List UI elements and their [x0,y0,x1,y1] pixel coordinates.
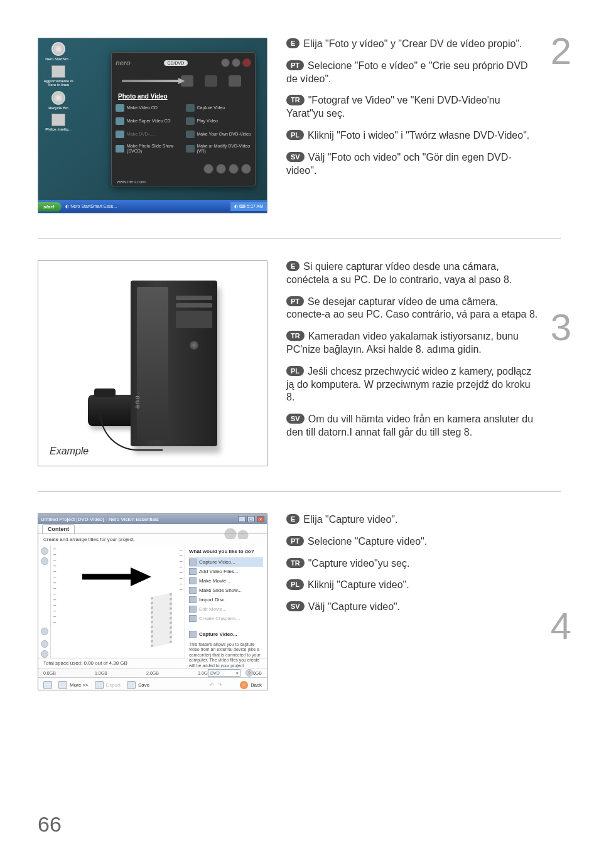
movie-icon [189,577,197,584]
category-tab-3[interactable] [229,75,241,87]
start-button[interactable]: start [38,202,62,212]
nero-url[interactable]: www.nero.com [117,179,146,184]
lang-pill-sv: SV [286,152,305,162]
step-4-text: EElija "Capture video". PTSelecione "Cap… [286,513,561,623]
space-scale: 0.0GB 1.0GB 2.0GB 3.0GB 4.0GB DVD ? [38,668,267,678]
desktop-icon-recycle[interactable]: Recycle Bin [42,91,75,110]
strip-icon[interactable] [41,547,48,555]
menu-make-dvd[interactable]: Make DVD-..... [114,129,183,140]
taskbar-app[interactable]: ◐ Nero StartSmart Esse... [65,204,230,209]
more-icon [58,681,67,689]
menu-make-own-dvd[interactable]: Make Your Own DVD-Video [185,129,253,140]
edit-icon [189,606,197,613]
category-tab-1[interactable] [181,75,193,87]
separator-2 [38,491,561,492]
step-2-screenshot: Nero StartSm... Aggiornamento di Nero in… [38,38,267,213]
close-button[interactable]: × [257,516,264,522]
back-icon [240,681,248,689]
opt-make-movie[interactable]: Make Movie... [189,576,263,586]
category-tab-2[interactable] [205,75,217,87]
lang-pill-sv: SV [286,414,305,424]
tab-content[interactable]: Content [42,524,75,533]
step-4: Untitled Project [DVD-Video] - Nero Visi… [38,513,561,690]
info-icon [43,681,52,689]
step-4-screenshot: Untitled Project [DVD-Video] - Nero Visi… [38,513,267,690]
help-button[interactable]: ? [246,669,253,677]
highlight-arrow [122,78,185,84]
info-button[interactable] [43,681,52,689]
slideshow-icon [189,587,197,594]
lang-pill-pl: PL [286,366,304,376]
bottom-icon-1[interactable] [203,164,213,174]
help-icon[interactable] [221,58,230,67]
opt-add-files[interactable]: Add Video Files... [189,567,263,576]
window-title: Untitled Project [DVD-Video] - Nero Visi… [41,517,159,522]
menu-capture-video[interactable]: Capture Video [185,102,253,114]
menu-make-video-cd[interactable]: Make Video CD [114,102,183,114]
bottom-icon-4[interactable] [241,164,251,174]
min-button[interactable]: _ [238,516,246,522]
desktop-icon-philips[interactable]: Philips Intellig... [42,114,75,132]
filmstrip-graphic [151,592,172,647]
export-button: Export [95,681,121,689]
redo-button[interactable]: ↷ [218,682,222,688]
step-2-text: EElija "Foto y vídeo" y "Crear DV de víd… [286,38,561,186]
disc-icon [189,596,197,603]
lang-pill-pt: PT [286,60,304,70]
step-number-4: 4 [551,608,571,645]
task-pane: What would you like to do? Capture Video… [185,545,267,658]
left-tool-strip [38,545,51,658]
strip-icon[interactable] [41,640,48,648]
lang-pill-e: E [286,261,300,271]
taskbar: start ◐ Nero StartSmart Esse... ◐ ⌨ 5:17… [38,200,267,213]
bottom-icon-2[interactable] [216,164,226,174]
pc-tower-illustration: ano. [131,281,217,446]
more-button[interactable]: More >> [58,681,89,689]
lang-pill-e: E [286,38,300,48]
menu-play-video[interactable]: Play Video [185,115,253,127]
lang-pill-sv: SV [286,601,305,611]
back-button[interactable]: Back [240,681,262,689]
page-number: 66 [38,812,62,837]
lang-pill-pt: PT [286,536,304,546]
menu-make-svcd[interactable]: Make Super Video CD [114,115,183,127]
save-button[interactable]: Save [127,681,149,689]
lang-pill-e: E [286,514,300,524]
bottom-icon-3[interactable] [229,164,239,174]
selected-option-header: Capture Video... [189,630,263,639]
strip-icon[interactable] [41,628,48,635]
example-caption: Example [50,446,89,457]
close-icon[interactable] [242,58,251,67]
opt-import-disc[interactable]: Import Disc [189,595,263,604]
step-2: Nero StartSm... Aggiornamento di Nero in… [38,38,561,213]
minimize-icon[interactable] [232,58,240,67]
system-tray[interactable]: ◐ ⌨ 5:17 AM [230,202,267,211]
menu-modify-dvd-vr[interactable]: Make or Modify DVD-Video (VR) [185,142,253,155]
export-icon [95,681,104,689]
decorative-discs [219,527,263,539]
chapter-icon [189,615,197,622]
file-icon [189,568,197,575]
opt-slideshow[interactable]: Make Slide Show... [189,586,263,595]
camera-icon [189,631,197,638]
camera-icon [189,559,197,565]
save-icon [127,681,136,689]
window-titlebar: Untitled Project [DVD-Video] - Nero Visi… [38,514,267,524]
undo-button[interactable]: ↶ [210,682,214,688]
strip-icon[interactable] [41,650,48,658]
max-button[interactable]: □ [247,516,255,522]
menu-photo-slideshow[interactable]: Make Photo Slide Show (SVCD) [114,142,183,155]
content-area: ━━━━━━━━━━━━━━ ━━━━━━━━ [51,545,185,658]
lang-pill-pt: PT [286,296,304,306]
desktop-icon-nero[interactable]: Nero StartSm... [42,42,75,62]
desktop-icon-update[interactable]: Aggiornamento di Nero in linea [42,65,75,87]
strip-icon[interactable] [41,557,48,565]
lang-pill-tr: TR [286,95,305,105]
step-3-illustration: ano. Example [38,260,267,466]
step-number-3: 3 [551,309,571,346]
media-type-pill[interactable]: CD/DVD [164,60,188,66]
opt-capture-video[interactable]: Capture Video... [189,557,263,567]
media-select[interactable]: DVD [208,669,240,677]
lang-pill-pl: PL [286,579,304,589]
nero-startsmart-window: nero CD/DVD Photo and Video Make Video C… [111,52,256,186]
